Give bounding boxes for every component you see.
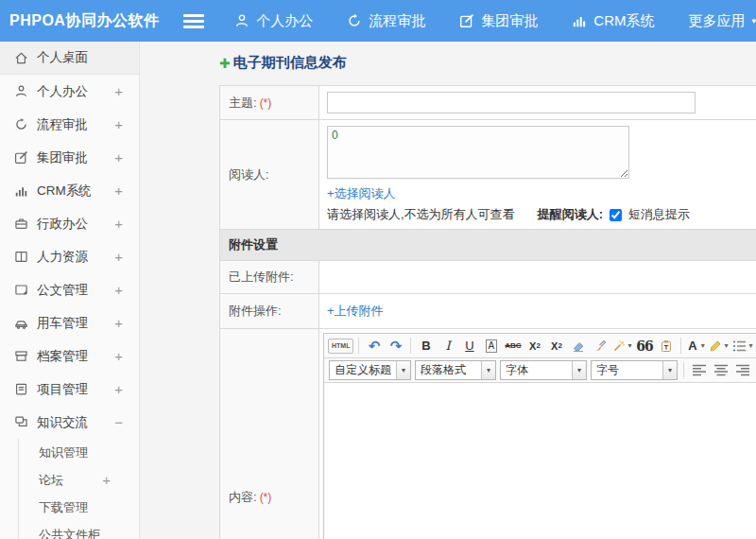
paintbrush-icon	[593, 339, 607, 353]
ordered-list-button[interactable]: ▾	[730, 336, 753, 356]
sidebar-item-admin-office[interactable]: 行政办公 +	[0, 207, 139, 240]
bold-button[interactable]: B	[416, 336, 436, 356]
remove-format-button[interactable]	[568, 336, 588, 356]
dropdown-label: 字体	[501, 361, 533, 379]
nav-crm-system[interactable]: CRM系统	[572, 12, 654, 30]
sidebar-sublabel: 公共文件柜	[39, 527, 100, 539]
sidebar-item-projects[interactable]: 项目管理 +	[0, 373, 139, 406]
action-label-cell: 附件操作:	[220, 294, 319, 328]
font-size-dropdown[interactable]: 字号 ▾	[591, 360, 678, 380]
sidebar-item-crm[interactable]: CRM系统 +	[0, 174, 139, 207]
expander-plus[interactable]: +	[114, 183, 123, 199]
readers-label-cell: 阅读人:	[220, 120, 319, 229]
italic-button[interactable]: I	[438, 336, 457, 356]
magic-wand-icon	[612, 339, 626, 353]
paragraph-format-dropdown[interactable]: 段落格式 ▾	[415, 360, 496, 380]
main-content: ✚ 电子期刊信息发布 主题: (*) 阅读人: 0 +选择阅读人	[140, 42, 756, 539]
clipboard-icon	[660, 339, 673, 353]
sidebar-item-group-approval[interactable]: 集团审批 +	[0, 141, 139, 174]
auto-typeset-button[interactable]: ▾	[611, 336, 632, 356]
align-left-icon	[692, 364, 707, 376]
sidebar-subitem-knowledge-mgmt[interactable]: 知识管理	[19, 439, 139, 466]
car-icon	[14, 316, 28, 330]
content-row: 内容: (*) HTML ↶ ↷ B I U A	[219, 329, 756, 539]
expander-plus[interactable]: +	[114, 149, 123, 165]
nav-label: CRM系统	[593, 12, 654, 30]
nav-workflow-approval[interactable]: 流程审批	[347, 12, 425, 30]
top-nav: 个人办公 流程审批 集团审批 CRM系统 更多应用 ▾	[234, 12, 756, 30]
editor-content-area[interactable]	[324, 383, 756, 539]
remind-readers-label: 提醒阅读人:	[538, 206, 603, 223]
format-painter-button[interactable]	[590, 336, 610, 356]
subject-input[interactable]	[327, 92, 696, 113]
sidebar-item-hr[interactable]: 人力资源 +	[0, 240, 139, 273]
html-source-button[interactable]: HTML	[328, 339, 353, 354]
expander-plus[interactable]: +	[114, 83, 123, 99]
upload-attachment-link[interactable]: +上传附件	[327, 303, 384, 320]
expander-plus[interactable]: +	[114, 315, 123, 331]
uploaded-label-cell: 已上传附件:	[220, 261, 319, 293]
sidebar-label: 公文管理	[37, 282, 88, 299]
strikethrough-button[interactable]: ABC	[503, 336, 523, 356]
hamburger-menu-icon[interactable]	[183, 14, 204, 28]
sidebar-label: 项目管理	[37, 381, 88, 398]
undo-button[interactable]: ↶	[364, 336, 384, 356]
blockquote-button[interactable]: 66	[634, 336, 654, 356]
expander-minus[interactable]: −	[114, 414, 123, 430]
subscript-button[interactable]: X2	[546, 336, 566, 356]
rich-text-editor: HTML ↶ ↷ B I U A ABC X2 X2	[323, 333, 756, 539]
sidebar-item-knowledge[interactable]: 知识交流 −	[0, 406, 139, 439]
sidebar-subitem-forum[interactable]: 论坛 +	[19, 466, 139, 494]
subject-value-cell	[319, 86, 756, 119]
user-icon	[14, 84, 28, 98]
paste-as-text-button[interactable]	[656, 336, 676, 356]
underline-button[interactable]: U	[459, 336, 479, 356]
sms-remind-checkbox[interactable]	[610, 209, 622, 221]
redo-button[interactable]: ↷	[386, 336, 405, 356]
dropdown-label: 字号	[592, 361, 624, 379]
expander-plus[interactable]: +	[114, 116, 123, 132]
sidebar-item-archives[interactable]: 档案管理 +	[0, 339, 139, 373]
archive-icon	[14, 349, 28, 363]
sidebar-item-official-docs[interactable]: 公文管理 +	[0, 273, 139, 306]
expander-plus[interactable]: +	[114, 282, 123, 298]
sidebar-subitem-downloads[interactable]: 下载管理	[19, 494, 139, 521]
sidebar-label: 人力资源	[37, 249, 88, 266]
expander-plus[interactable]: +	[114, 348, 123, 364]
font-family-dropdown[interactable]: 字体 ▾	[500, 360, 587, 380]
font-color-button[interactable]: A ▾	[686, 336, 706, 356]
superscript-button[interactable]: X2	[524, 336, 544, 356]
workflow-icon	[14, 117, 28, 131]
font-border-button[interactable]: A	[481, 336, 501, 356]
caret-down-icon: ▾	[751, 17, 756, 26]
nav-personal-office[interactable]: 个人办公	[234, 12, 313, 30]
edit-icon	[14, 150, 28, 165]
sidebar-label: 行政办公	[37, 216, 88, 233]
readers-hint-line: 请选择阅读人,不选为所有人可查看 提醒阅读人: 短消息提示	[327, 206, 756, 223]
nav-more-apps[interactable]: 更多应用 ▾	[688, 12, 756, 30]
sidebar: 个人桌面 个人办公 + 流程审批 + 集团审批 + CRM系统 + 行政办公 +…	[0, 42, 140, 539]
align-right-button[interactable]	[732, 360, 752, 380]
align-left-button[interactable]	[689, 360, 709, 380]
expander-plus[interactable]: +	[114, 216, 123, 232]
subject-row: 主题: (*)	[219, 86, 756, 120]
caret-down-icon: ▾	[572, 361, 586, 379]
sidebar-item-vehicle[interactable]: 用车管理 +	[0, 306, 139, 339]
expander-plus[interactable]: +	[114, 249, 123, 265]
action-value-cell: +上传附件	[319, 294, 756, 328]
select-readers-link[interactable]: +选择阅读人	[327, 185, 396, 202]
user-icon	[234, 13, 249, 28]
sidebar-item-workflow-approval[interactable]: 流程审批 +	[0, 108, 139, 141]
custom-title-dropdown[interactable]: 自定义标题 ▾	[329, 360, 411, 380]
sidebar-item-personal-office[interactable]: 个人办公 +	[0, 75, 139, 108]
readers-textarea[interactable]: 0	[327, 126, 629, 179]
align-center-button[interactable]	[711, 360, 730, 380]
sidebar-sublabel: 知识管理	[39, 444, 88, 461]
highlight-color-button[interactable]: ▾	[708, 336, 729, 356]
nav-group-approval[interactable]: 集团审批	[459, 12, 538, 30]
expander-plus[interactable]: +	[114, 381, 123, 397]
sidebar-subitem-public-cabinet[interactable]: 公共文件柜	[19, 521, 139, 539]
sidebar-item-personal-desktop[interactable]: 个人桌面	[0, 42, 139, 75]
expander-plus[interactable]: +	[102, 472, 111, 488]
sidebar-label: 个人办公	[37, 83, 88, 100]
